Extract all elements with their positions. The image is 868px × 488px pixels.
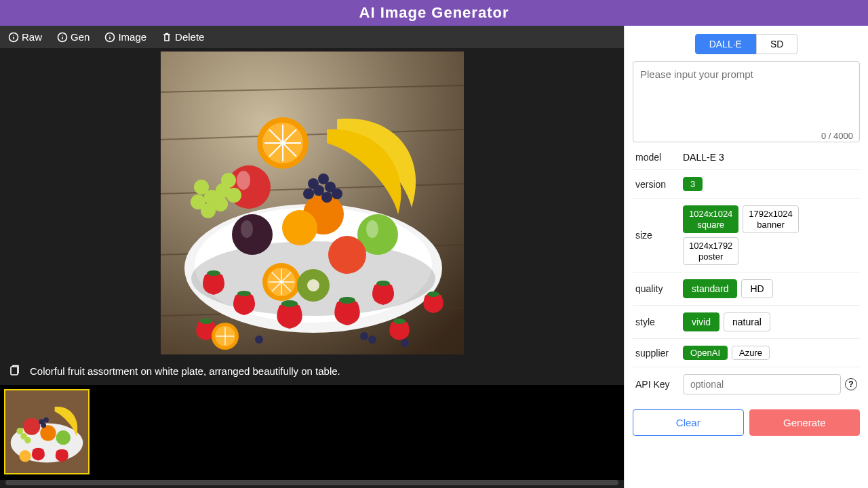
quality-standard[interactable]: standard <box>683 279 737 298</box>
svg-point-59 <box>237 291 251 296</box>
image-label: Image <box>118 31 146 43</box>
char-count: 0 / 4000 <box>821 131 853 141</box>
svg-point-44 <box>194 180 209 195</box>
svg-point-39 <box>241 220 253 238</box>
image-button[interactable]: Image <box>104 31 146 43</box>
svg-point-69 <box>360 332 368 340</box>
svg-point-63 <box>393 319 406 324</box>
svg-point-60 <box>376 281 390 286</box>
size-label: size <box>635 230 683 241</box>
svg-point-56 <box>307 279 319 291</box>
copy-button[interactable] <box>8 364 20 378</box>
svg-point-71 <box>401 339 409 347</box>
style-label: style <box>635 317 683 327</box>
size-option-poster[interactable]: 1024x1792poster <box>683 237 738 265</box>
prompt-input[interactable] <box>633 61 860 142</box>
settings-panel: DALL·E SD 0 / 4000 model DALL-E 3 versio… <box>624 26 868 488</box>
svg-point-85 <box>19 450 31 462</box>
supplier-azure[interactable]: Azure <box>732 346 770 360</box>
thumbnail-strip <box>0 385 624 480</box>
supplier-label: supplier <box>635 348 683 359</box>
size-option-square[interactable]: 1024x1024square <box>683 205 738 233</box>
info-icon <box>104 32 115 43</box>
svg-point-37 <box>282 210 317 245</box>
style-natural[interactable]: natural <box>724 312 770 331</box>
app-header: AI Image Generator <box>0 0 868 26</box>
svg-point-46 <box>221 173 236 188</box>
style-vivid[interactable]: vivid <box>683 312 719 331</box>
svg-point-53 <box>332 188 342 199</box>
quality-label: quality <box>635 283 683 294</box>
trash-icon <box>161 32 172 43</box>
size-options: 1024x1024square 1792x1024banner 1024x179… <box>683 205 857 265</box>
svg-point-70 <box>368 336 376 344</box>
size-option-banner[interactable]: 1792x1024banner <box>743 205 798 233</box>
copy-icon <box>8 364 20 376</box>
gen-button[interactable]: Gen <box>57 31 90 43</box>
apikey-label: API Key <box>635 379 683 390</box>
clear-button[interactable]: Clear <box>633 409 744 436</box>
gen-label: Gen <box>71 31 90 43</box>
delete-label: Delete <box>175 31 204 43</box>
raw-button[interactable]: Raw <box>8 31 42 43</box>
svg-point-35 <box>328 236 366 274</box>
svg-point-80 <box>43 418 49 423</box>
svg-point-54 <box>321 192 332 203</box>
svg-point-45 <box>191 195 205 209</box>
thumbnail-1[interactable] <box>4 389 90 474</box>
svg-point-47 <box>226 188 241 203</box>
svg-point-62 <box>200 319 212 324</box>
delete-button[interactable]: Delete <box>161 31 204 43</box>
model-tabs: DALL·E SD <box>633 34 860 54</box>
help-icon[interactable]: ? <box>845 378 857 390</box>
caption-text: Colorful fruit assortment on white plate… <box>30 365 340 377</box>
svg-point-76 <box>23 418 40 435</box>
left-panel: Raw Gen Image Delete <box>0 26 624 488</box>
svg-point-38 <box>232 214 273 255</box>
version-chip[interactable]: 3 <box>683 177 703 191</box>
caption-bar: Colorful fruit assortment on white plate… <box>0 357 624 385</box>
svg-rect-73 <box>11 367 18 375</box>
version-label: version <box>635 179 683 190</box>
info-icon <box>8 32 19 43</box>
svg-point-64 <box>427 291 439 297</box>
svg-point-78 <box>56 430 71 445</box>
model-label: model <box>635 152 683 163</box>
tab-sd[interactable]: SD <box>756 34 797 54</box>
info-icon <box>57 32 68 43</box>
svg-point-84 <box>24 437 31 444</box>
svg-point-58 <box>339 297 355 304</box>
horizontal-scrollbar[interactable] <box>5 480 618 485</box>
apikey-input[interactable] <box>683 374 841 394</box>
image-canvas <box>0 48 624 357</box>
quality-hd[interactable]: HD <box>741 279 772 298</box>
raw-label: Raw <box>22 31 42 43</box>
generate-button[interactable]: Generate <box>749 409 861 436</box>
svg-point-57 <box>281 300 298 307</box>
svg-point-72 <box>255 336 263 344</box>
supplier-openai[interactable]: OpenAI <box>683 346 728 360</box>
svg-point-34 <box>366 220 378 238</box>
svg-point-81 <box>41 422 46 428</box>
svg-point-61 <box>207 270 220 276</box>
svg-point-32 <box>237 171 250 190</box>
tab-dalle[interactable]: DALL·E <box>695 34 756 54</box>
model-value: DALL-E 3 <box>683 152 857 163</box>
image-toolbar: Raw Gen Image Delete <box>0 26 624 48</box>
generated-image[interactable] <box>161 52 464 354</box>
svg-point-52 <box>303 188 314 199</box>
svg-point-83 <box>16 428 23 434</box>
